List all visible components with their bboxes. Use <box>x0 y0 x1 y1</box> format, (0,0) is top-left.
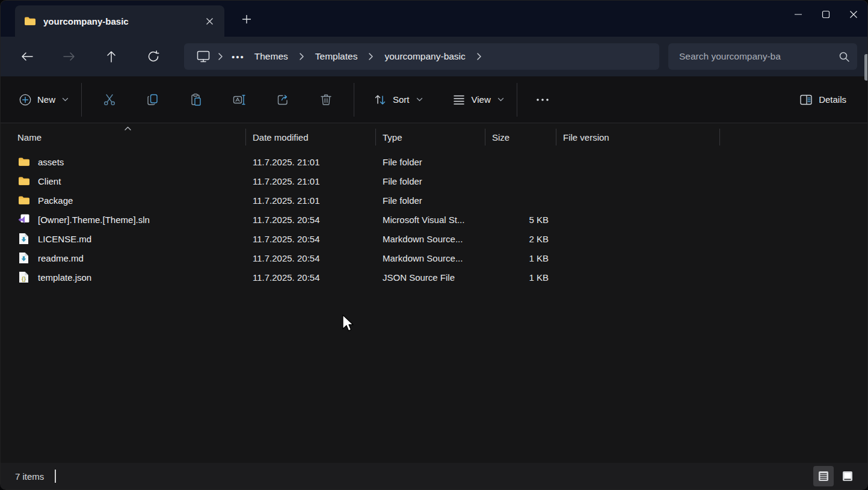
command-bar: New <box>1 76 867 123</box>
file-size: 1 KB <box>485 248 556 268</box>
arrow-up-icon <box>105 50 118 63</box>
column-header-spacer <box>719 124 867 150</box>
scissors-icon <box>102 93 117 107</box>
arrow-right-icon <box>63 50 76 63</box>
column-header-type[interactable]: Type <box>375 124 485 150</box>
file-name: assets <box>38 157 64 167</box>
delete-button[interactable] <box>312 87 340 113</box>
chevron-right-icon <box>294 52 309 61</box>
details-view-toggle[interactable] <box>813 466 834 486</box>
new-button[interactable]: New <box>12 87 75 113</box>
search-icon[interactable] <box>839 51 850 63</box>
rename-button[interactable] <box>226 87 253 113</box>
minimize-icon <box>794 10 802 19</box>
file-type: Markdown Source... <box>375 229 485 248</box>
view-button-label: View <box>472 94 491 105</box>
breadcrumb-overflow-button[interactable]: ••• <box>228 52 248 62</box>
up-button[interactable] <box>99 44 123 69</box>
file-type: Markdown Source... <box>375 248 485 268</box>
file-date-modified: 11.7.2025. 20:54 <box>245 210 375 229</box>
copy-button[interactable] <box>139 87 167 113</box>
file-name: LICENSE.md <box>38 234 91 244</box>
back-button[interactable] <box>15 44 39 69</box>
breadcrumb-segment-themes[interactable]: Themes <box>248 49 294 64</box>
file-date-modified: 11.7.2025. 20:54 <box>245 229 375 248</box>
folder-icon <box>17 156 30 168</box>
file-size <box>485 171 556 191</box>
more-options-button[interactable] <box>528 87 557 113</box>
visual-studio-icon <box>17 213 30 225</box>
search-box <box>668 43 857 70</box>
close-icon <box>849 10 858 19</box>
details-pane-button[interactable]: Details <box>792 87 853 113</box>
forward-button[interactable] <box>57 44 81 69</box>
close-window-button[interactable] <box>840 1 867 28</box>
refresh-button[interactable] <box>141 44 165 69</box>
folder-icon <box>17 175 30 187</box>
file-type: File folder <box>375 152 485 171</box>
file-name: Client <box>38 176 61 186</box>
status-bar: 7 items <box>1 463 867 489</box>
view-button[interactable]: View <box>445 87 511 113</box>
details-pane-icon <box>799 93 813 107</box>
table-row[interactable]: assets 11.7.2025. 21:01 File folder <box>1 152 867 171</box>
tab-title: yourcompany-basic <box>43 16 200 26</box>
file-type: Microsoft Visual St... <box>375 210 485 229</box>
column-header-file-version[interactable]: File version <box>556 124 719 150</box>
file-size: 2 KB <box>485 229 556 248</box>
json-icon: {} <box>17 271 30 283</box>
breadcrumb-segment-current[interactable]: yourcompany-basic <box>378 49 471 64</box>
file-size <box>485 152 556 171</box>
sort-icon <box>373 93 387 107</box>
sort-button[interactable]: Sort <box>366 87 429 113</box>
new-plus-icon <box>19 93 32 106</box>
chevron-down-icon <box>62 97 69 102</box>
table-row[interactable]: readme.md 11.7.2025. 20:54 Markdown Sour… <box>1 248 867 268</box>
column-header-modified[interactable]: Date modified <box>245 124 375 150</box>
large-icons-view-toggle[interactable] <box>837 466 858 486</box>
explorer-tab[interactable]: yourcompany-basic <box>15 5 224 37</box>
file-explorer-window: yourcompany-basic <box>0 0 868 490</box>
maximize-button[interactable] <box>812 1 840 28</box>
table-row[interactable]: LICENSE.md 11.7.2025. 20:54 Markdown Sou… <box>1 229 867 248</box>
copy-icon <box>146 93 160 107</box>
ellipsis-icon <box>535 93 550 107</box>
file-version <box>556 248 719 268</box>
column-header-name[interactable]: Name <box>1 124 245 150</box>
new-tab-button[interactable] <box>235 9 258 29</box>
share-button[interactable] <box>269 87 297 113</box>
file-size <box>485 191 556 210</box>
table-row[interactable]: {} template.json 11.7.2025. 20:54 JSON S… <box>1 268 867 287</box>
desktop-background: yourcompany-basic <box>0 0 868 490</box>
chevron-down-icon <box>416 97 423 102</box>
minimize-button[interactable] <box>784 1 812 28</box>
share-icon <box>275 93 290 107</box>
paste-button[interactable] <box>182 87 210 113</box>
this-pc-icon[interactable] <box>194 50 213 63</box>
toolbar-divider <box>354 83 354 117</box>
breadcrumb-segment-templates[interactable]: Templates <box>309 49 364 64</box>
titlebar: yourcompany-basic <box>1 1 867 37</box>
sort-ascending-icon <box>124 123 132 133</box>
view-toggles <box>813 466 858 486</box>
rename-icon <box>232 93 247 107</box>
column-header-size[interactable]: Size <box>485 124 556 150</box>
search-input[interactable] <box>679 51 839 62</box>
refresh-icon <box>147 50 160 63</box>
folder-icon <box>17 194 30 206</box>
file-version <box>556 191 719 210</box>
details-button-label: Details <box>819 94 846 105</box>
plus-icon <box>242 14 251 24</box>
table-row[interactable]: Client 11.7.2025. 21:01 File folder <box>1 171 867 191</box>
details-view-icon <box>817 470 830 483</box>
status-divider <box>55 470 56 483</box>
file-date-modified: 11.7.2025. 21:01 <box>245 171 375 191</box>
table-row[interactable]: Package 11.7.2025. 21:01 File folder <box>1 191 867 210</box>
cut-button[interactable] <box>96 87 123 113</box>
tab-close-button[interactable] <box>200 12 218 30</box>
file-date-modified: 11.7.2025. 21:01 <box>245 152 375 171</box>
table-row[interactable]: [Owner].Theme.[Theme].sln 11.7.2025. 20:… <box>1 210 867 229</box>
sort-button-label: Sort <box>393 94 410 105</box>
file-type: File folder <box>375 171 485 191</box>
folder-icon <box>23 15 36 27</box>
